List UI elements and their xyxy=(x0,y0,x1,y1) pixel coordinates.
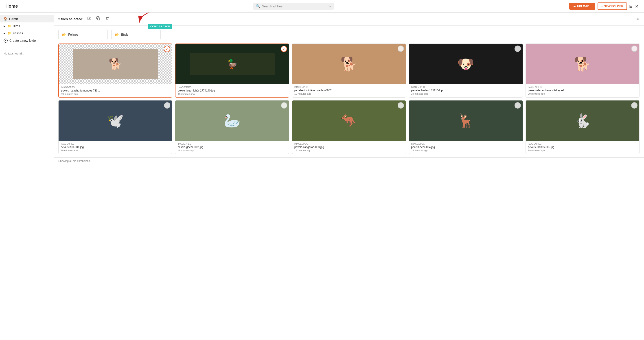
image-card-4[interactable]: 🐶 IMAGE/JPEG pexels-charles-1851164.jpg … xyxy=(408,43,522,98)
image-card-6[interactable]: 🕊️ IMAGE/JPEG pexels-bird-001.jpg 19 min… xyxy=(58,100,172,154)
grid-content: 📂 Felines ⋮ 📂 Birds ⋮ xyxy=(54,25,644,157)
page-title: Home xyxy=(6,3,18,9)
move-to-folder-button[interactable] xyxy=(86,15,92,23)
sidebar-item-birds[interactable]: ▶ 📁 Birds xyxy=(0,22,54,30)
search-icon: 🔍 xyxy=(256,4,260,8)
red-arrow xyxy=(137,12,164,26)
upload-button[interactable]: ☁ UPLOAD... xyxy=(569,3,596,10)
create-new-folder-button[interactable]: + Create a new folder xyxy=(0,37,54,44)
check-circle-9[interactable] xyxy=(514,102,521,109)
image-card-3[interactable]: 🐕 IMAGE/JPEG pexels-dominika-roseclay-89… xyxy=(292,43,406,98)
sidebar-felines-label: Felines xyxy=(13,31,23,35)
image-card-10[interactable]: 🐇 IMAGE/JPEG pexels-rabbits-005.jpg 19 m… xyxy=(526,100,640,154)
image-name-7: pexels-geese-002.jpg xyxy=(178,146,286,149)
image-time-6: 19 minutes ago xyxy=(61,149,170,152)
image-card-2[interactable]: 🦆 ✓ IMAGE/JPEG pexels-jozef-fehér-277414… xyxy=(175,43,289,98)
image-name-2: pexels-jozef-fehér-2774140.jpg xyxy=(178,89,286,92)
image-name-8: pexels-kangaroo-003.jpg xyxy=(294,146,404,149)
folder-icon: 📂 xyxy=(62,33,66,36)
plus-circle-icon: + xyxy=(4,38,8,43)
image-name-3: pexels-dominika-roseclay-8952... xyxy=(294,89,404,92)
image-type-3: IMAGE/JPEG xyxy=(294,86,404,88)
content-area: 2 files selected: xyxy=(54,12,644,340)
svg-rect-0 xyxy=(98,18,100,20)
folder-card-felines[interactable]: 📂 Felines ⋮ xyxy=(58,29,108,40)
folder-icon-2: 📂 xyxy=(115,33,119,36)
sidebar-item-felines[interactable]: ▶ 📁 Felines xyxy=(0,30,54,37)
image-card-5[interactable]: 🐕 IMAGE/JPEG pexels-alexandra-novitskaya… xyxy=(526,43,640,98)
header-actions: ☁ UPLOAD... + NEW FOLDER ⊞ ✕ xyxy=(569,2,638,10)
image-thumb-10: 🐇 xyxy=(526,100,639,141)
image-time-4: 19 minutes ago xyxy=(411,92,520,95)
search-bar: 🔍 ▽ xyxy=(253,3,334,10)
sidebar-item-home[interactable]: 🏠 Home xyxy=(0,15,54,22)
image-name-10: pexels-rabbits-005.jpg xyxy=(528,146,637,149)
image-thumb-6: 🕊️ xyxy=(58,100,172,141)
folder-icon-felines: 📁 xyxy=(7,31,11,35)
sidebar-birds-label: Birds xyxy=(13,24,20,28)
top-header: Home 🔍 ▽ ☁ UPLOAD... + NEW FOLDER ⊞ ✕ xyxy=(0,0,644,12)
selection-count: 2 files selected: xyxy=(58,17,84,21)
check-circle-8[interactable] xyxy=(398,102,404,109)
image-thumb-2: 🦆 ✓ xyxy=(176,44,288,84)
image-time-9: 19 minutes ago xyxy=(411,149,520,152)
check-circle-2[interactable]: ✓ xyxy=(281,46,287,52)
image-thumb-7: 🦢 xyxy=(175,100,289,141)
image-thumb-3: 🐕 xyxy=(292,44,406,84)
folder-menu-birds[interactable]: ⋮ xyxy=(153,32,157,37)
check-circle-3[interactable] xyxy=(398,45,404,52)
image-type-5: IMAGE/JPEG xyxy=(528,86,637,88)
check-circle-4[interactable] xyxy=(514,45,521,52)
image-type-8: IMAGE/JPEG xyxy=(294,143,404,145)
expand-arrow-birds: ▶ xyxy=(4,25,6,27)
folder-card-birds[interactable]: 📂 Birds ⋮ xyxy=(111,29,161,40)
image-thumb-4: 🐶 xyxy=(409,44,522,84)
folder-icon-birds: 📁 xyxy=(7,24,11,28)
image-time-1: 19 minutes ago xyxy=(61,93,170,95)
image-type-7: IMAGE/JPEG xyxy=(178,143,286,145)
selection-bar-wrapper: 2 files selected: xyxy=(54,12,644,25)
image-thumb-5: 🐕 xyxy=(526,44,639,84)
image-time-3: 19 minutes ago xyxy=(294,92,404,95)
image-time-5: 20 minutes ago xyxy=(528,92,637,95)
image-card-8[interactable]: 🦘 IMAGE/JPEG pexels-kangaroo-003.jpg 19 … xyxy=(292,100,406,154)
no-tags-label: No tags found... xyxy=(0,50,54,57)
image-type-6: IMAGE/JPEG xyxy=(61,143,170,145)
image-type-1: IMAGE/JPEG xyxy=(61,86,170,89)
grid-view-button[interactable]: ⊞ xyxy=(629,4,632,9)
close-header-button[interactable]: ✕ xyxy=(635,3,638,9)
sidebar: 🏠 Home ▶ 📁 Birds ▶ 📁 Felines + Create a … xyxy=(0,12,54,340)
image-time-2: 19 minutes ago xyxy=(178,93,286,95)
copy-button[interactable] xyxy=(95,15,102,23)
create-folder-label: Create a new folder xyxy=(10,39,37,42)
check-circle-7[interactable] xyxy=(281,102,287,109)
image-name-6: pexels-bird-001.jpg xyxy=(61,146,170,149)
image-type-4: IMAGE/JPEG xyxy=(411,86,520,88)
check-circle-10[interactable] xyxy=(631,102,638,109)
image-card-7[interactable]: 🦢 IMAGE/JPEG pexels-geese-002.jpg 19 min… xyxy=(175,100,289,154)
selection-bar: 2 files selected: xyxy=(54,12,644,25)
image-card-1[interactable]: 🐕 ✓ IMAGE/JPEG pexels-natasha-fernandez-… xyxy=(58,43,172,98)
close-selection-button[interactable]: ✕ xyxy=(636,16,640,22)
image-thumb-8: 🦘 xyxy=(292,100,406,141)
upload-cloud-icon: ☁ xyxy=(573,4,576,8)
image-name-9: pexels-deer-004.jpg xyxy=(411,146,520,149)
folder-name-felines: Felines xyxy=(68,33,78,36)
new-folder-button[interactable]: + NEW FOLDER xyxy=(598,2,627,10)
image-thumb-1: 🐕 ✓ xyxy=(59,44,172,84)
image-grid: 🐕 ✓ IMAGE/JPEG pexels-natasha-fernandez-… xyxy=(58,43,640,154)
sidebar-home-label: Home xyxy=(9,17,18,21)
image-type-9: IMAGE/JPEG xyxy=(411,143,520,145)
image-name-1: pexels-natasha-fernandez-733... xyxy=(61,89,170,92)
image-thumb-9: 🦌 xyxy=(409,100,522,141)
search-input[interactable] xyxy=(262,4,327,8)
delete-button[interactable] xyxy=(104,15,110,23)
folder-menu-felines[interactable]: ⋮ xyxy=(100,32,104,37)
status-label: Showing all file extensions. xyxy=(58,159,91,163)
image-card-9[interactable]: 🦌 IMAGE/JPEG pexels-deer-004.jpg 19 minu… xyxy=(408,100,522,154)
image-time-8: 19 minutes ago xyxy=(294,149,404,152)
check-circle-5[interactable] xyxy=(631,45,638,52)
image-type-10: IMAGE/JPEG xyxy=(528,143,637,145)
filter-icon[interactable]: ▽ xyxy=(328,4,331,8)
status-bar: Showing all file extensions. xyxy=(54,157,644,164)
